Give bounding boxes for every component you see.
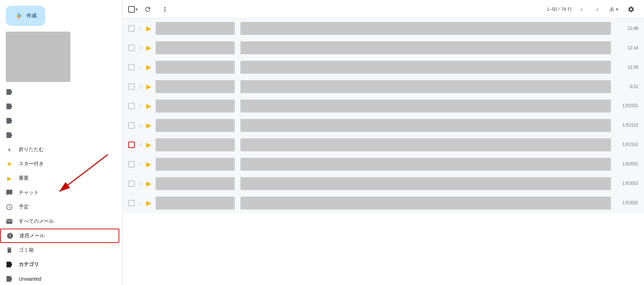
unwanted-label: Unwanted — [19, 276, 41, 282]
email-checkbox[interactable] — [128, 161, 135, 167]
important-marker: ▶ — [146, 24, 151, 32]
svg-rect-2 — [16, 15, 19, 17]
email-row[interactable]: ☆ ▶ 1月21日 — [123, 116, 644, 135]
important-marker: ▶ — [146, 63, 151, 71]
email-time: 1月21日 — [617, 142, 638, 148]
sidebar-item-trash[interactable]: ゴミ箱 — [0, 243, 116, 257]
email-subject — [240, 41, 611, 54]
important-marker: ▶ — [146, 141, 151, 149]
email-subject — [240, 119, 611, 132]
compose-plus-icon — [14, 12, 23, 20]
important-marker: ▶ — [146, 180, 151, 188]
email-checkbox[interactable] — [128, 200, 135, 206]
email-row[interactable]: ☆ ▶ 12:14 — [123, 38, 644, 58]
sidebar-item-chat[interactable]: チャット — [0, 185, 116, 200]
trash-label: ゴミ箱 — [19, 247, 34, 253]
category-label: カテゴリ — [19, 261, 39, 268]
more-options-button[interactable] — [158, 2, 172, 17]
email-checkbox[interactable] — [128, 83, 135, 90]
star-button[interactable]: ☆ — [138, 141, 143, 149]
sidebar-item-tag3[interactable] — [0, 114, 116, 128]
sidebar-item-starred[interactable]: ★ スター付き — [0, 157, 116, 171]
refresh-button[interactable] — [141, 2, 155, 17]
email-sender — [156, 22, 235, 35]
sidebar-item-tag4[interactable] — [0, 128, 116, 142]
email-row[interactable]: ☆ ▶ 0:21 — [123, 77, 644, 96]
next-page-button[interactable]: › — [591, 3, 604, 16]
email-checkbox[interactable] — [128, 64, 135, 70]
main-content: ▾ 1–50 / 78 行 ‹ › — [122, 0, 644, 285]
email-row[interactable]: ☆ ▶ 1月22日 — [123, 96, 644, 116]
sidebar-item-unwanted[interactable]: Unwanted — [0, 272, 116, 285]
important-marker: ▶ — [146, 102, 151, 110]
email-sender — [156, 119, 235, 132]
email-checkbox[interactable] — [128, 122, 135, 129]
star-button[interactable]: ☆ — [138, 102, 143, 110]
sidebar-item-fold[interactable]: ∧ 折りたたむ — [0, 142, 116, 157]
email-row[interactable]: ☆ ▶ 1月21日 — [123, 135, 644, 155]
email-row[interactable]: ☆ ▶ 1月20日 — [123, 174, 644, 193]
important-marker: ▶ — [146, 199, 151, 207]
compose-button[interactable]: 作成 — [6, 6, 45, 26]
email-row[interactable]: ☆ ▶ 12:48 — [123, 19, 644, 38]
email-checkbox[interactable] — [128, 45, 135, 51]
prev-page-button[interactable]: ‹ — [575, 3, 588, 16]
email-checkbox[interactable] — [128, 103, 135, 109]
allmail-icon — [6, 218, 13, 225]
email-checkbox[interactable] — [128, 180, 135, 187]
star-button[interactable]: ☆ — [138, 180, 143, 188]
email-row[interactable]: ☆ ▶ 1月20日 — [123, 193, 644, 213]
unwanted-tag-icon — [6, 275, 13, 282]
select-dropdown-chevron[interactable]: ▾ — [135, 7, 138, 12]
content-toolbar: ▾ 1–50 / 78 行 ‹ › — [123, 0, 644, 19]
email-sender — [156, 177, 235, 190]
spam-label: 迷惑メール — [19, 233, 45, 239]
svg-rect-3 — [18, 13, 19, 16]
star-button[interactable]: ☆ — [138, 83, 143, 91]
language-chevron: ▾ — [616, 7, 618, 12]
email-time: 1月21日 — [617, 122, 638, 128]
language-label: あ — [610, 6, 615, 13]
sidebar-item-allmail[interactable]: すべてのメール — [0, 214, 116, 229]
settings-button[interactable] — [624, 2, 638, 17]
select-all-area[interactable]: ▾ — [128, 6, 138, 13]
star-button[interactable]: ☆ — [138, 121, 143, 129]
email-sender — [156, 61, 235, 74]
email-subject — [240, 80, 611, 93]
star-button[interactable]: ☆ — [138, 24, 143, 32]
email-sender — [156, 138, 235, 151]
sidebar-item-spam[interactable]: 迷惑メール — [0, 229, 119, 243]
email-row[interactable]: ☆ ▶ 1月20日 — [123, 155, 644, 174]
tag-icon-1 — [6, 88, 13, 96]
email-subject — [240, 197, 611, 210]
email-subject — [240, 61, 611, 74]
fold-icon: ∧ — [6, 146, 13, 153]
sidebar-thumbnail — [6, 32, 70, 82]
chat-label: チャット — [19, 189, 39, 196]
important-marker: ▶ — [146, 83, 151, 91]
select-all-checkbox[interactable] — [128, 6, 135, 13]
tag-icon-4 — [6, 132, 13, 139]
email-time: 1月20日 — [617, 161, 638, 167]
email-time: 12:14 — [617, 45, 638, 50]
sidebar-item-tag2[interactable] — [0, 99, 116, 114]
sidebar-item-schedule[interactable]: 予定 — [0, 200, 116, 214]
star-button[interactable]: ☆ — [138, 63, 143, 71]
trash-icon — [6, 247, 13, 254]
star-button[interactable]: ☆ — [138, 44, 143, 52]
star-button[interactable]: ☆ — [138, 160, 143, 168]
language-button[interactable]: あ ▾ — [607, 5, 621, 14]
email-sender — [156, 80, 235, 93]
email-row[interactable]: ☆ ▶ 11:29 — [123, 58, 644, 77]
email-list: ☆ ▶ 12:48 ☆ ▶ 12:14 ☆ ▶ — [123, 19, 644, 285]
email-checkbox[interactable] — [128, 25, 135, 32]
spam-icon — [6, 232, 14, 239]
schedule-icon — [6, 203, 13, 211]
email-time: 12:48 — [617, 26, 638, 31]
sidebar-item-tag1[interactable] — [0, 85, 116, 99]
sidebar-item-category[interactable]: カテゴリ — [0, 257, 116, 272]
important-label: 重要 — [19, 175, 29, 181]
star-button[interactable]: ☆ — [138, 199, 143, 207]
sidebar-item-important[interactable]: ▶ 重要 — [0, 171, 116, 185]
email-checkbox[interactable] — [128, 142, 135, 148]
